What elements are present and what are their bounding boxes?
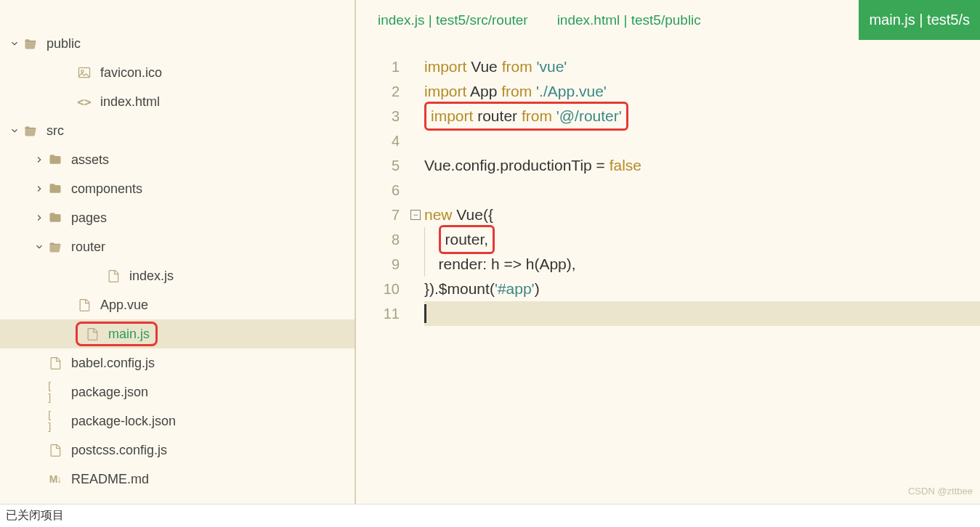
tree-item-index-html[interactable]: <>index.html bbox=[0, 87, 355, 116]
tree-item-label: public bbox=[46, 36, 81, 52]
code-icon: <> bbox=[76, 93, 93, 110]
json-icon: [ ] bbox=[46, 383, 64, 401]
code-line[interactable] bbox=[424, 178, 980, 203]
tree-item-label: src bbox=[46, 123, 64, 139]
tree-item-public[interactable]: public bbox=[0, 29, 355, 58]
editor-tab[interactable]: index.html | test5/public bbox=[557, 0, 701, 40]
code-line[interactable]: import Vue from 'vue' bbox=[424, 54, 980, 79]
chevron-right-icon[interactable] bbox=[32, 211, 46, 225]
tree-item-label: pages bbox=[71, 211, 107, 226]
tree-item-label: README.md bbox=[71, 472, 149, 487]
editor-tab[interactable]: index.js | test5/src/router bbox=[378, 0, 528, 40]
line-number: 1 bbox=[356, 54, 400, 79]
fold-column: − bbox=[407, 54, 424, 504]
tree-item-label: postcss.config.js bbox=[71, 443, 167, 458]
tree-item-label: favicon.ico bbox=[100, 65, 162, 81]
line-number: 8 bbox=[356, 227, 400, 252]
code-line[interactable]: render: h => h(App), bbox=[424, 252, 980, 277]
file-explorer[interactable]: publicfavicon.ico<>index.htmlsrcassetsco… bbox=[0, 0, 356, 504]
tree-item-assets[interactable]: assets bbox=[0, 145, 355, 174]
tree-item-label: App.vue bbox=[100, 298, 148, 313]
code-line[interactable]: import router from '@/router' bbox=[424, 104, 980, 128]
tree-item-router[interactable]: router bbox=[0, 232, 355, 261]
js-file-icon bbox=[46, 354, 64, 372]
tree-item-babel-config-js[interactable]: babel.config.js bbox=[0, 348, 355, 377]
line-number: 2 bbox=[356, 79, 400, 104]
markdown-icon: M↓ bbox=[46, 470, 64, 488]
line-number: 5 bbox=[356, 153, 400, 178]
chevron-down-icon[interactable] bbox=[32, 240, 46, 254]
image-icon bbox=[76, 64, 93, 81]
editor-pane: index.js | test5/src/routerindex.html | … bbox=[356, 0, 980, 504]
tree-item-components[interactable]: components bbox=[0, 174, 355, 203]
line-number: 4 bbox=[356, 128, 400, 153]
folder-open-icon bbox=[22, 122, 39, 139]
code-line[interactable]: Vue.config.productionTip = false bbox=[424, 153, 980, 178]
tree-item-label: index.html bbox=[100, 94, 160, 110]
tree-item-README-md[interactable]: M↓README.md bbox=[0, 465, 355, 494]
tree-item-postcss-config-js[interactable]: postcss.config.js bbox=[0, 436, 355, 465]
js-file-icon bbox=[46, 441, 64, 459]
line-number: 9 bbox=[356, 252, 400, 277]
tree-item-label: package.json bbox=[71, 385, 148, 400]
tree-item-label: router bbox=[71, 240, 105, 255]
tree-item-favicon-ico[interactable]: favicon.ico bbox=[0, 58, 355, 87]
svg-point-1 bbox=[81, 70, 84, 73]
chevron-down-icon[interactable] bbox=[7, 123, 22, 138]
editor-tabs: index.js | test5/src/routerindex.html | … bbox=[356, 0, 980, 40]
tree-item-index-js[interactable]: index.js bbox=[0, 261, 355, 290]
code-line[interactable] bbox=[424, 128, 980, 153]
chevron-right-icon[interactable] bbox=[32, 152, 46, 167]
js-file-icon bbox=[84, 325, 101, 343]
tree-item-label: components bbox=[71, 181, 142, 197]
tree-item-pages[interactable]: pages bbox=[0, 203, 355, 232]
folder-open-icon bbox=[22, 35, 39, 52]
chevron-right-icon[interactable] bbox=[32, 181, 46, 196]
tree-item-label: index.js bbox=[129, 269, 174, 284]
tree-item-package-lock-json[interactable]: [ ]package-lock.json bbox=[0, 407, 355, 436]
text-cursor bbox=[424, 304, 426, 323]
status-text: 已关闭项目 bbox=[6, 508, 64, 523]
line-number: 11 bbox=[356, 301, 400, 326]
line-number: 3 bbox=[356, 104, 400, 128]
json-icon: [ ] bbox=[46, 412, 64, 430]
folder-icon bbox=[46, 180, 64, 197]
tree-item-src[interactable]: src bbox=[0, 116, 355, 145]
code-editor[interactable]: 1234567891011 − import Vue from 'vue'imp… bbox=[356, 40, 980, 504]
code-line[interactable] bbox=[424, 301, 980, 326]
tree-item-label: main.js bbox=[108, 327, 150, 342]
code-line[interactable]: }).$mount('#app') bbox=[424, 277, 980, 301]
tree-item-package-json[interactable]: [ ]package.json bbox=[0, 377, 355, 407]
code-line[interactable]: new Vue({ bbox=[424, 203, 980, 227]
status-bar: 已关闭项目 bbox=[0, 504, 980, 527]
js-file-icon bbox=[76, 296, 93, 314]
code-line[interactable]: import App from './App.vue' bbox=[424, 79, 980, 104]
tree-item-main-js[interactable]: main.js bbox=[0, 319, 355, 348]
tree-item-label: package-lock.json bbox=[71, 414, 176, 429]
tree-item-App-vue[interactable]: App.vue bbox=[0, 290, 355, 319]
code-line[interactable]: router, bbox=[424, 227, 980, 252]
js-file-icon bbox=[105, 267, 122, 285]
tree-item-label: babel.config.js bbox=[71, 356, 155, 371]
line-number: 6 bbox=[356, 178, 400, 203]
fold-toggle-icon[interactable]: − bbox=[410, 210, 421, 220]
tree-item-label: assets bbox=[71, 152, 109, 168]
line-gutter: 1234567891011 bbox=[356, 54, 407, 504]
folder-icon bbox=[46, 209, 64, 226]
watermark: CSDN @zttbee bbox=[908, 486, 973, 497]
line-number: 10 bbox=[356, 277, 400, 301]
chevron-down-icon[interactable] bbox=[7, 36, 22, 51]
line-number: 7 bbox=[356, 203, 400, 227]
folder-open-icon bbox=[46, 238, 64, 256]
editor-tab[interactable]: main.js | test5/s bbox=[859, 0, 980, 40]
folder-icon bbox=[46, 151, 64, 168]
